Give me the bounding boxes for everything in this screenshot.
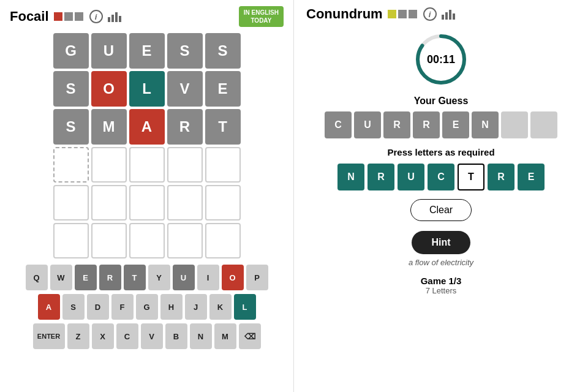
key-f[interactable]: F: [111, 294, 134, 320]
grid-cell: M: [91, 109, 127, 145]
grid-cell: [205, 223, 241, 258]
right-app-title: Conundrum: [306, 6, 383, 22]
left-header-icons: i: [89, 10, 121, 23]
grid-cell: S: [205, 33, 241, 69]
csq-3: [75, 12, 83, 21]
key-i[interactable]: I: [197, 265, 219, 290]
key-r[interactable]: R: [99, 265, 121, 290]
csq-2: [64, 12, 73, 21]
key-n[interactable]: N: [190, 323, 212, 349]
right-header: Conundrum i: [306, 6, 576, 22]
letter-tile-r[interactable]: R: [368, 164, 394, 190]
grid-cell: [167, 185, 203, 221]
key-enter[interactable]: ENTER: [33, 323, 65, 349]
word-grid: G U E S S S O L V E S M A R T: [53, 33, 241, 258]
grid-row-3: S M A R T: [53, 109, 241, 145]
guess-tile: N: [472, 111, 499, 138]
right-panel: Conundrum i 00:11 Your Guess: [294, 0, 588, 392]
guess-tile: C: [325, 111, 352, 138]
game-sub: 7 Letters: [426, 286, 457, 295]
key-p[interactable]: P: [246, 265, 268, 290]
grid-row-2: S O L V E: [53, 71, 241, 107]
key-s[interactable]: S: [62, 294, 85, 320]
key-t[interactable]: T: [124, 265, 146, 290]
stats-icon[interactable]: [108, 11, 121, 22]
letter-tile-e[interactable]: E: [518, 164, 545, 190]
key-j[interactable]: J: [185, 294, 207, 320]
kb-row-2: A S D F G H J K L: [10, 294, 284, 320]
letter-tile-r2[interactable]: R: [488, 164, 514, 190]
grid-cell: V: [167, 71, 203, 107]
available-letters-row: N R U C T R E: [337, 164, 545, 190]
keyboard: Q W E R T Y U I O P A S D F G H J K L EN…: [10, 265, 284, 349]
kb-row-1: Q W E R T Y U I O P: [10, 265, 284, 290]
key-m[interactable]: M: [214, 323, 236, 349]
key-e[interactable]: E: [75, 265, 97, 290]
timer-circle: 00:11: [413, 32, 469, 87]
guess-tile-empty: [501, 111, 528, 138]
key-b[interactable]: B: [165, 323, 187, 349]
key-v[interactable]: V: [141, 323, 163, 349]
key-y[interactable]: Y: [148, 265, 170, 290]
csq-1: [54, 12, 62, 21]
guess-tile-empty: [530, 111, 557, 138]
letter-tile-n[interactable]: N: [337, 164, 364, 190]
clear-button[interactable]: Clear: [410, 199, 472, 221]
letter-tile-t[interactable]: T: [458, 164, 484, 190]
letter-tile-c[interactable]: C: [428, 164, 454, 190]
guess-row: C U R R E N: [325, 111, 557, 138]
english-badge: IN ENGLISH TODAY: [239, 6, 284, 27]
key-g[interactable]: G: [136, 294, 158, 320]
grid-row-6: [53, 223, 241, 258]
key-w[interactable]: W: [50, 265, 72, 290]
key-q[interactable]: Q: [26, 265, 48, 290]
hint-button[interactable]: Hint: [412, 231, 470, 254]
grid-row-1: G U E S S: [53, 33, 241, 69]
key-a[interactable]: A: [38, 294, 60, 320]
timer-container: 00:11: [413, 32, 469, 87]
hint-text: a flow of electricity: [409, 258, 473, 267]
right-color-squares: [388, 10, 417, 18]
grid-cell: A: [129, 109, 165, 145]
key-z[interactable]: Z: [67, 323, 89, 349]
csq-r3: [409, 10, 417, 18]
grid-cell: [53, 185, 89, 221]
grid-row-4: [53, 147, 241, 183]
guess-tile: R: [413, 111, 440, 138]
grid-cell: [205, 147, 241, 183]
grid-cell: U: [91, 33, 127, 69]
right-info-icon[interactable]: i: [423, 7, 437, 21]
grid-cell: [167, 223, 203, 258]
key-d[interactable]: D: [87, 294, 109, 320]
key-backspace[interactable]: ⌫: [239, 323, 261, 349]
grid-cell: [91, 147, 127, 183]
key-c[interactable]: C: [116, 323, 138, 349]
key-l[interactable]: L: [234, 294, 256, 320]
key-k[interactable]: K: [209, 294, 232, 320]
csq-r1: [388, 10, 396, 18]
press-letters-label: Press letters as required: [387, 147, 494, 157]
letter-tile-u[interactable]: U: [398, 164, 424, 190]
right-header-icons: i: [423, 7, 455, 21]
grid-cell: [91, 223, 127, 258]
key-x[interactable]: X: [92, 323, 114, 349]
info-icon[interactable]: i: [89, 10, 103, 23]
key-h[interactable]: H: [160, 294, 183, 320]
key-u[interactable]: U: [173, 265, 195, 290]
grid-cell: R: [167, 109, 203, 145]
grid-cell: [129, 185, 165, 221]
grid-cell: E: [129, 33, 165, 69]
kb-row-3: ENTER Z X C V B N M ⌫: [10, 323, 284, 349]
grid-cell: [53, 223, 89, 258]
left-app-title: Focail: [10, 9, 49, 24]
grid-row-5: [53, 185, 241, 221]
grid-cell: [205, 185, 241, 221]
key-o[interactable]: O: [222, 265, 244, 290]
grid-cell: L: [129, 71, 165, 107]
grid-cell: [129, 147, 165, 183]
right-stats-icon[interactable]: [442, 9, 455, 20]
guess-tile: U: [354, 111, 381, 138]
grid-cell: [91, 185, 127, 221]
grid-cell-active: [53, 147, 89, 183]
grid-cell: E: [205, 71, 241, 107]
